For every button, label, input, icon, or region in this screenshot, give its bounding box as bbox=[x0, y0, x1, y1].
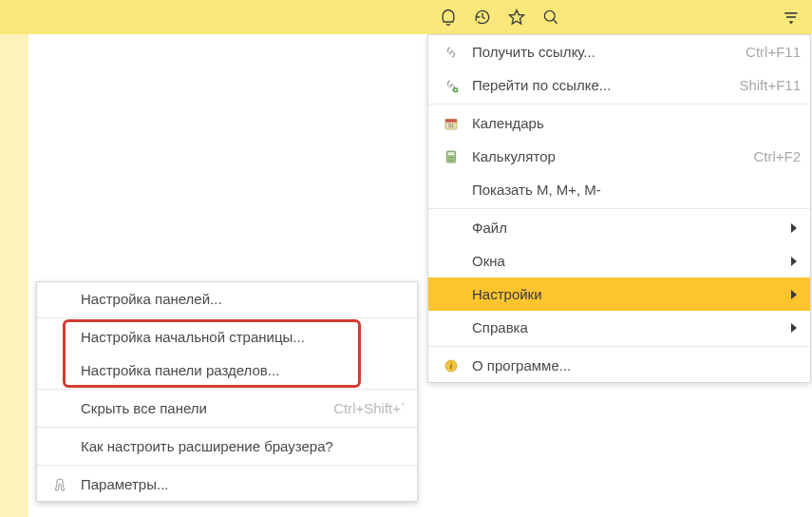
menu-label: Справка bbox=[463, 319, 787, 335]
chevron-right-icon bbox=[787, 256, 801, 267]
submenu-label: Настройка панели разделов... bbox=[71, 362, 406, 378]
notifications-icon[interactable] bbox=[431, 0, 465, 34]
menu-label: Настройки bbox=[463, 286, 787, 302]
svg-marker-5 bbox=[789, 21, 794, 24]
svg-marker-18 bbox=[791, 223, 797, 233]
settings-submenu: Настройка панелей... Настройка начальной… bbox=[36, 281, 418, 502]
svg-rect-11 bbox=[448, 152, 455, 155]
menu-label: Файл bbox=[463, 220, 787, 236]
menu-separator bbox=[37, 465, 417, 466]
menu-calculator[interactable]: Калькулятор Ctrl+F2 bbox=[428, 140, 810, 173]
calculator-icon bbox=[440, 149, 463, 164]
menu-show-mem[interactable]: Показать M, M+, M- bbox=[428, 173, 810, 206]
svg-rect-8 bbox=[445, 119, 457, 122]
svg-marker-20 bbox=[791, 290, 797, 299]
menu-separator bbox=[428, 346, 810, 347]
chevron-right-icon bbox=[787, 222, 801, 234]
svg-point-12 bbox=[448, 157, 449, 158]
link-icon bbox=[440, 45, 463, 60]
submenu-label: Как настроить расширение браузера? bbox=[71, 438, 406, 454]
chevron-right-icon bbox=[787, 322, 801, 334]
submenu-shortcut: Ctrl+Shift+` bbox=[333, 400, 406, 416]
menu-label: Календарь bbox=[463, 115, 801, 131]
svg-marker-21 bbox=[791, 323, 797, 333]
menu-label: Показать M, M+, M- bbox=[463, 182, 801, 198]
menu-label: О программе... bbox=[463, 357, 801, 373]
submenu-browser-extension-help[interactable]: Как настроить расширение браузера? bbox=[37, 430, 417, 463]
svg-marker-19 bbox=[791, 257, 797, 266]
toolbar bbox=[0, 0, 812, 34]
menu-separator bbox=[37, 427, 417, 428]
menu-label: Окна bbox=[463, 253, 787, 269]
menu-separator bbox=[37, 317, 417, 318]
svg-text:31: 31 bbox=[448, 123, 455, 128]
svg-point-1 bbox=[544, 10, 555, 21]
submenu-hide-panels[interactable]: Скрыть все панели Ctrl+Shift+` bbox=[37, 392, 417, 425]
svg-point-15 bbox=[448, 159, 449, 160]
menu-shortcut: Ctrl+F2 bbox=[753, 148, 801, 164]
menu-label: Перейти по ссылке... bbox=[463, 77, 739, 93]
submenu-label: Параметры... bbox=[71, 476, 406, 492]
submenu-label: Скрыть все панели bbox=[71, 400, 333, 416]
submenu-sections-panel-config[interactable]: Настройка панели разделов... bbox=[37, 354, 417, 387]
svg-line-2 bbox=[554, 20, 557, 24]
calendar-icon: 31 bbox=[440, 116, 463, 131]
services-menu: Получить ссылку... Ctrl+F11 Перейти по с… bbox=[427, 34, 811, 383]
submenu-start-page-config[interactable]: Настройка начальной страницы... bbox=[37, 320, 417, 354]
svg-marker-0 bbox=[510, 10, 524, 25]
history-icon[interactable] bbox=[465, 0, 500, 34]
menu-shortcut: Ctrl+F11 bbox=[746, 44, 801, 60]
left-panel bbox=[0, 34, 28, 517]
info-icon: i bbox=[440, 358, 463, 373]
menu-separator bbox=[37, 389, 417, 390]
favorites-icon[interactable] bbox=[500, 0, 534, 34]
svg-point-16 bbox=[450, 159, 451, 160]
menu-file[interactable]: Файл bbox=[428, 211, 810, 244]
menu-calendar[interactable]: 31 Календарь bbox=[428, 106, 810, 140]
menu-windows[interactable]: Окна bbox=[428, 244, 810, 278]
submenu-parameters[interactable]: Параметры... bbox=[37, 468, 417, 501]
submenu-label: Настройка панелей... bbox=[71, 291, 406, 307]
wrench-icon bbox=[48, 477, 71, 492]
menu-separator bbox=[428, 104, 810, 105]
menu-about[interactable]: i О программе... bbox=[428, 349, 810, 382]
submenu-panels-config[interactable]: Настройка панелей... bbox=[37, 282, 417, 316]
menu-label: Получить ссылку... bbox=[463, 44, 746, 60]
menu-help[interactable]: Справка bbox=[428, 311, 810, 344]
link-go-icon bbox=[440, 78, 463, 93]
submenu-label: Настройка начальной страницы... bbox=[71, 329, 406, 345]
chevron-right-icon bbox=[787, 289, 801, 300]
menu-shortcut: Shift+F11 bbox=[739, 77, 801, 93]
svg-point-17 bbox=[452, 159, 453, 160]
svg-point-13 bbox=[450, 157, 451, 158]
menu-go-link[interactable]: Перейти по ссылке... Shift+F11 bbox=[428, 68, 810, 102]
search-icon[interactable] bbox=[534, 0, 568, 34]
menu-settings[interactable]: Настройки bbox=[428, 278, 810, 311]
menu-separator bbox=[428, 208, 810, 209]
svg-point-14 bbox=[452, 157, 453, 158]
menu-get-link[interactable]: Получить ссылку... Ctrl+F11 bbox=[428, 35, 810, 68]
services-menu-button[interactable] bbox=[774, 0, 808, 34]
menu-label: Калькулятор bbox=[463, 148, 753, 164]
